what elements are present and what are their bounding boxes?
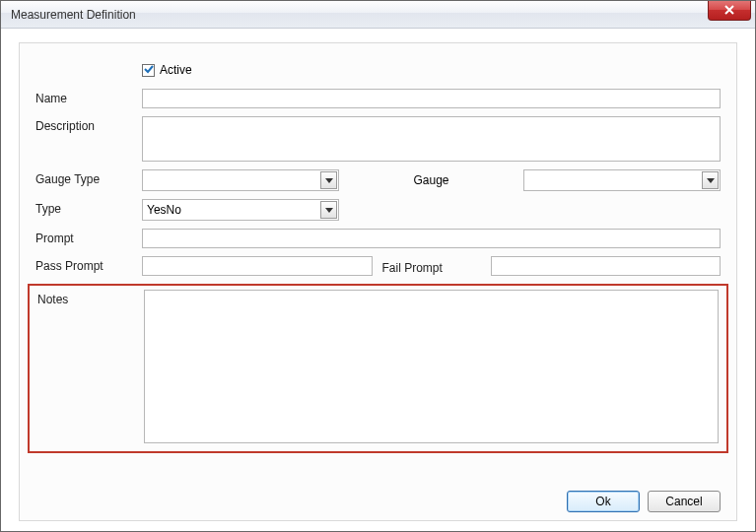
notes-label: Notes <box>37 290 136 443</box>
active-label: Active <box>160 63 192 77</box>
fail-prompt-label: Fail Prompt <box>382 258 481 275</box>
gauge-type-select[interactable] <box>142 169 339 191</box>
name-label: Name <box>35 89 134 105</box>
gauge-select[interactable] <box>523 169 721 191</box>
form-grid: Active Name Description Gauge Type Gauge <box>35 63 721 453</box>
pass-prompt-input[interactable] <box>142 256 373 276</box>
type-label: Type <box>35 199 134 216</box>
type-value: YesNo <box>147 203 181 217</box>
gauge-type-label: Gauge Type <box>35 169 134 186</box>
notes-input[interactable] <box>144 290 719 443</box>
close-icon <box>724 4 734 18</box>
prompt-input[interactable] <box>142 229 721 248</box>
description-input[interactable] <box>142 116 721 162</box>
prompt-label: Prompt <box>35 229 134 245</box>
cancel-button-label: Cancel <box>665 495 702 508</box>
close-button[interactable] <box>708 1 751 21</box>
gauge-type-dropdown-button[interactable] <box>320 171 337 189</box>
ok-button[interactable]: Ok <box>567 491 640 512</box>
active-row: Active <box>142 63 721 77</box>
checkmark-icon <box>144 63 154 77</box>
dialog-content: Active Name Description Gauge Type Gauge <box>19 42 737 521</box>
notes-highlight-box: Notes <box>28 284 728 453</box>
chevron-down-icon <box>707 173 715 187</box>
gauge-label: Gauge <box>359 173 504 187</box>
gauge-dropdown-button[interactable] <box>702 171 719 189</box>
pass-prompt-label: Pass Prompt <box>35 256 134 273</box>
name-input[interactable] <box>142 89 721 108</box>
ok-button-label: Ok <box>595 495 610 508</box>
chevron-down-icon <box>325 203 333 217</box>
type-dropdown-button[interactable] <box>320 201 337 219</box>
fail-prompt-input[interactable] <box>491 256 722 276</box>
cancel-button[interactable]: Cancel <box>648 491 721 512</box>
title-bar: Measurement Definition <box>1 1 755 29</box>
chevron-down-icon <box>325 173 333 187</box>
description-label: Description <box>35 116 134 133</box>
active-checkbox[interactable] <box>142 64 155 77</box>
button-bar: Ok Cancel <box>567 491 721 512</box>
window-title: Measurement Definition <box>11 8 136 22</box>
type-select[interactable]: YesNo <box>142 199 339 221</box>
